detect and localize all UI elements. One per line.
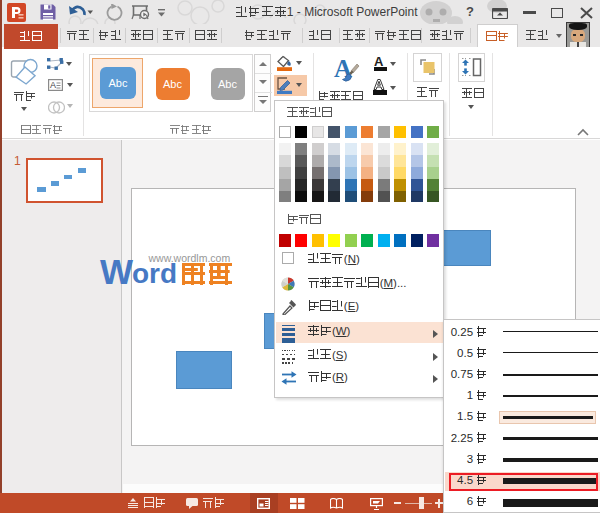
svg-text:A: A [50, 80, 56, 90]
